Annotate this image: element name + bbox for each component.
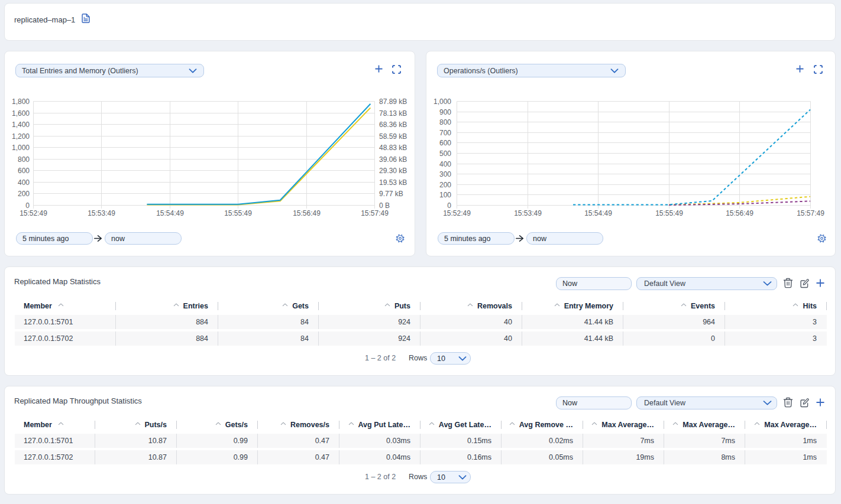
svg-text:200: 200 bbox=[18, 190, 30, 198]
svg-text:15:52:49: 15:52:49 bbox=[20, 209, 47, 217]
svg-text:19.53 kB: 19.53 kB bbox=[379, 178, 407, 187]
svg-text:700: 700 bbox=[439, 129, 451, 137]
svg-text:1,800: 1,800 bbox=[12, 97, 30, 106]
svg-text:100: 100 bbox=[439, 191, 451, 199]
svg-text:1,600: 1,600 bbox=[12, 109, 30, 118]
svg-text:15:56:49: 15:56:49 bbox=[726, 209, 753, 217]
svg-text:0 B: 0 B bbox=[379, 201, 390, 210]
svg-text:15:53:49: 15:53:49 bbox=[514, 209, 542, 217]
svg-text:300: 300 bbox=[439, 170, 451, 178]
svg-text:15:57:49: 15:57:49 bbox=[797, 209, 824, 217]
svg-text:48.83 kB: 48.83 kB bbox=[379, 144, 407, 152]
svg-text:500: 500 bbox=[439, 149, 451, 158]
svg-text:15:56:49: 15:56:49 bbox=[293, 209, 321, 217]
svg-text:200: 200 bbox=[439, 181, 451, 189]
svg-text:0: 0 bbox=[447, 201, 451, 210]
svg-text:58.59 kB: 58.59 kB bbox=[379, 132, 407, 141]
svg-text:15:52:49: 15:52:49 bbox=[443, 209, 471, 217]
svg-text:15:54:49: 15:54:49 bbox=[156, 209, 184, 217]
svg-text:1,400: 1,400 bbox=[12, 121, 30, 129]
svg-text:600: 600 bbox=[18, 167, 30, 175]
svg-text:1,000: 1,000 bbox=[12, 144, 30, 152]
svg-text:0: 0 bbox=[25, 201, 30, 210]
svg-text:400: 400 bbox=[439, 160, 451, 168]
svg-text:15:55:49: 15:55:49 bbox=[655, 209, 683, 217]
svg-text:87.89 kB: 87.89 kB bbox=[379, 97, 407, 106]
svg-text:1,000: 1,000 bbox=[434, 97, 451, 106]
svg-text:15:54:49: 15:54:49 bbox=[584, 209, 612, 217]
svg-text:68.36 kB: 68.36 kB bbox=[379, 121, 407, 129]
svg-text:15:55:49: 15:55:49 bbox=[224, 209, 252, 217]
svg-text:15:53:49: 15:53:49 bbox=[88, 209, 115, 217]
svg-text:800: 800 bbox=[439, 118, 451, 126]
svg-text:600: 600 bbox=[439, 139, 451, 147]
svg-text:1,200: 1,200 bbox=[12, 132, 30, 141]
svg-text:29.30 kB: 29.30 kB bbox=[379, 167, 407, 175]
svg-text:9.77 kB: 9.77 kB bbox=[379, 190, 403, 198]
svg-text:400: 400 bbox=[18, 178, 30, 187]
svg-text:78.13 kB: 78.13 kB bbox=[379, 109, 407, 118]
svg-text:15:57:49: 15:57:49 bbox=[361, 209, 389, 217]
svg-text:800: 800 bbox=[18, 155, 30, 164]
svg-text:39.06 kB: 39.06 kB bbox=[379, 155, 407, 164]
svg-text:900: 900 bbox=[439, 108, 451, 116]
